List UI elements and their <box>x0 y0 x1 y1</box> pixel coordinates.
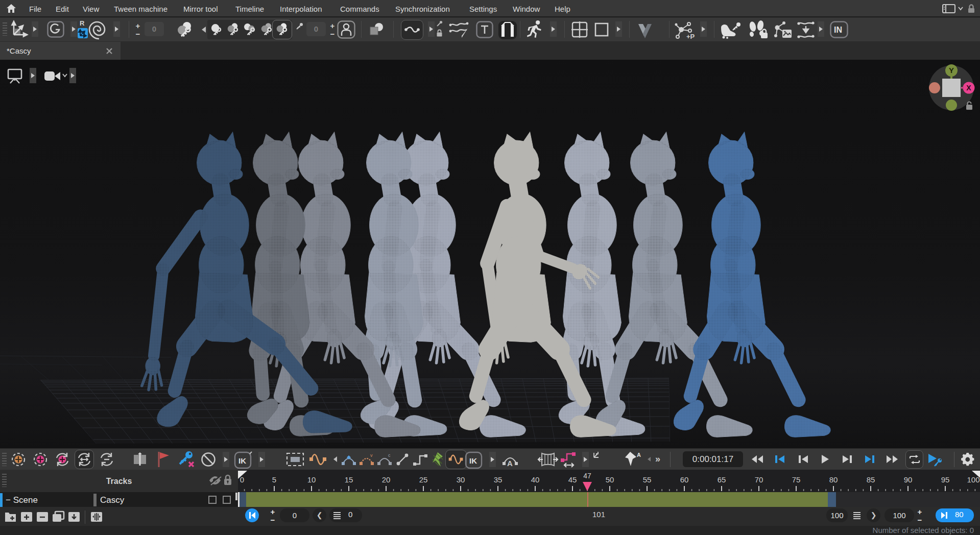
svg-text:50: 50 <box>606 475 614 484</box>
svg-text:85: 85 <box>867 475 875 484</box>
svg-text:90: 90 <box>904 475 913 484</box>
svg-text:c: c <box>388 453 391 458</box>
svg-text:v: v <box>370 453 373 458</box>
svg-text:20: 20 <box>382 475 391 484</box>
svg-text:47: 47 <box>583 472 591 480</box>
svg-text:30: 30 <box>457 475 465 484</box>
svg-text:IK: IK <box>238 456 246 465</box>
svg-text:100: 100 <box>967 475 979 484</box>
svg-text:10: 10 <box>307 475 316 484</box>
svg-text:5: 5 <box>272 475 276 484</box>
svg-text:25: 25 <box>419 475 428 484</box>
svg-text:40: 40 <box>531 475 540 484</box>
svg-text:65: 65 <box>718 475 726 484</box>
svg-text:A: A <box>637 452 641 458</box>
svg-text:A: A <box>507 459 513 468</box>
svg-text:0: 0 <box>240 475 244 484</box>
svg-text:Y: Y <box>949 66 954 75</box>
svg-text:15: 15 <box>345 475 353 484</box>
svg-text:55: 55 <box>643 475 652 484</box>
svg-text:75: 75 <box>792 475 801 484</box>
svg-text:70: 70 <box>755 475 763 484</box>
svg-text:60: 60 <box>680 475 689 484</box>
svg-text:IK: IK <box>469 456 477 465</box>
svg-text:45: 45 <box>568 475 577 484</box>
svg-text:X: X <box>966 84 971 92</box>
svg-text:80: 80 <box>829 475 838 484</box>
svg-text:+P: +P <box>686 33 695 40</box>
svg-text:95: 95 <box>941 475 950 484</box>
svg-text:IN: IN <box>834 26 842 34</box>
svg-text:35: 35 <box>494 475 503 484</box>
